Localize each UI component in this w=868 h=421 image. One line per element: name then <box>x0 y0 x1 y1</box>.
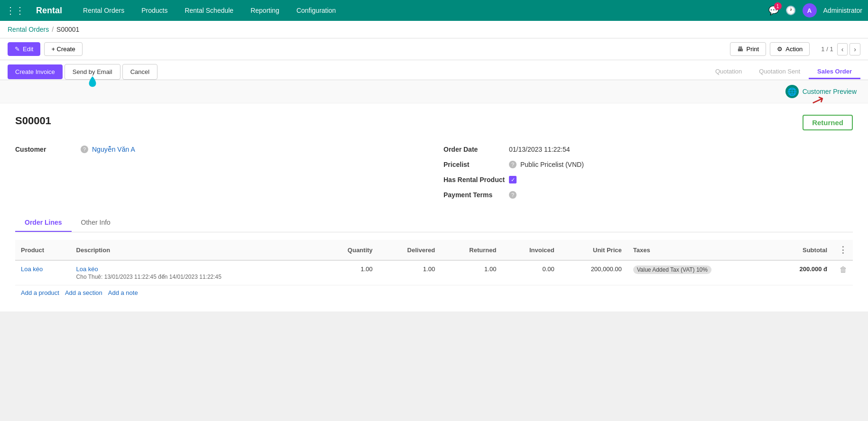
avatar[interactable]: A <box>803 3 817 18</box>
form-right: Order Date 01/13/2023 11:22:54 Pricelist… <box>443 142 853 202</box>
description-sub: Cho Thuê: 13/01/2023 11:22:45 đến 14/01/… <box>76 274 315 280</box>
cell-taxes: Value Added Tax (VAT) 10% <box>628 260 771 285</box>
tab-order-lines[interactable]: Order Lines <box>15 214 72 232</box>
breadcrumb: Rental Orders / S00001 <box>0 21 868 38</box>
prev-page-button[interactable]: ‹ <box>837 43 848 55</box>
has-rental-label: Has Rental Product <box>443 176 505 183</box>
column-options-icon[interactable]: ⋮ <box>839 245 847 255</box>
nav-products[interactable]: Products <box>138 5 171 16</box>
cancel-button[interactable]: Cancel <box>122 64 157 80</box>
col-subtotal: Subtotal <box>770 240 833 260</box>
order-table: Product Description Quantity Delivered R… <box>15 240 853 285</box>
add-note-link[interactable]: Add a note <box>108 289 138 296</box>
description-main[interactable]: Loa kéo <box>76 265 315 273</box>
raindrop-icon <box>88 75 97 88</box>
cell-product: Loa kéo <box>15 260 71 285</box>
cell-invoiced: 0.00 <box>502 260 560 285</box>
customer-preview-button[interactable]: 🌐 Customer Preview <box>785 85 857 98</box>
returned-section: ↗ Returned <box>803 115 853 130</box>
add-links-bar: Add a product Add a section Add a note <box>15 285 853 300</box>
payment-terms-label: Payment Terms <box>443 191 505 199</box>
breadcrumb-current: S00001 <box>56 26 79 33</box>
has-rental-row: Has Rental Product ✓ <box>443 172 853 187</box>
admin-name: Administrator <box>823 7 862 14</box>
pricelist-help-icon[interactable]: ? <box>509 161 517 168</box>
nav-configuration[interactable]: Configuration <box>293 5 340 16</box>
quantity-value: 1.00 <box>360 265 372 273</box>
activity-icon-button[interactable]: 🕐 <box>785 5 796 16</box>
top-navigation: ⋮⋮ Rental Rental Orders Products Rental … <box>0 0 868 21</box>
print-icon: 🖶 <box>737 46 743 53</box>
page-info: 1 / 1 <box>821 46 833 53</box>
app-grid-icon[interactable]: ⋮⋮ <box>6 5 25 16</box>
order-date-label: Order Date <box>443 146 505 153</box>
order-header: S00001 ↗ Returned <box>15 115 853 130</box>
table-header-row: Product Description Quantity Delivered R… <box>15 240 853 260</box>
customer-field-row: Customer ? Nguyễn Văn A <box>15 142 425 157</box>
payment-terms-help-icon[interactable]: ? <box>509 191 517 199</box>
col-unit-price: Unit Price <box>560 240 628 260</box>
cell-quantity: 1.00 <box>320 260 378 285</box>
print-button[interactable]: 🖶 Print <box>730 42 766 56</box>
cell-delete: 🗑 <box>833 260 853 285</box>
breadcrumb-separator: / <box>52 26 54 33</box>
table-row: Loa kéo Loa kéo Cho Thuê: 13/01/2023 11:… <box>15 260 853 285</box>
chat-icon-button[interactable]: 💬 1 <box>768 5 779 16</box>
toolbar: ✎ Edit + Create 🖶 Print ⚙ Action 1 / 1 ‹… <box>0 38 868 60</box>
edit-icon: ✎ <box>15 46 20 53</box>
col-delivered: Delivered <box>379 240 441 260</box>
chat-badge: 1 <box>774 2 782 10</box>
col-taxes: Taxes <box>628 240 771 260</box>
delete-row-button[interactable]: 🗑 <box>840 265 847 274</box>
nav-rental-orders[interactable]: Rental Orders <box>79 5 128 16</box>
customer-preview-bar: 🌐 Customer Preview <box>0 80 868 103</box>
status-quotation[interactable]: Quotation <box>707 65 750 79</box>
col-returned: Returned <box>441 240 502 260</box>
toolbar-right: 🖶 Print ⚙ Action 1 / 1 ‹ › <box>730 42 860 56</box>
action-bar: Create Invoice Send by Email Cancel Quot… <box>0 60 868 80</box>
form-left: Customer ? Nguyễn Văn A <box>15 142 425 202</box>
cell-delivered: 1.00 <box>379 260 441 285</box>
create-button[interactable]: + Create <box>44 42 82 56</box>
status-quotation-sent[interactable]: Quotation Sent <box>750 65 809 79</box>
order-date-row: Order Date 01/13/2023 11:22:54 <box>443 142 853 157</box>
product-link[interactable]: Loa kéo <box>21 265 43 273</box>
customer-label: Customer <box>15 146 77 153</box>
action-button[interactable]: ⚙ Action <box>770 42 810 56</box>
add-section-link[interactable]: Add a section <box>65 289 102 296</box>
main-content: S00001 ↗ Returned Customer ? Nguyễn Văn … <box>0 103 868 311</box>
cell-returned: 1.00 <box>441 260 502 285</box>
add-product-link[interactable]: Add a product <box>21 289 59 296</box>
pricelist-value: Public Pricelist (VND) <box>520 161 584 168</box>
customer-value[interactable]: Nguyễn Văn A <box>92 146 135 153</box>
delivered-value: 1.00 <box>423 265 435 273</box>
col-quantity: Quantity <box>320 240 378 260</box>
cell-unit-price: 200,000.00 <box>560 260 628 285</box>
tab-bar: Order Lines Other Info <box>15 214 853 232</box>
tab-other-info[interactable]: Other Info <box>72 214 120 232</box>
next-page-button[interactable]: › <box>850 43 860 55</box>
col-invoiced: Invoiced <box>502 240 560 260</box>
customer-help-icon[interactable]: ? <box>81 146 88 153</box>
subtotal-value: 200.000 đ <box>799 265 827 273</box>
order-date-value: 01/13/2023 11:22:54 <box>509 146 570 153</box>
edit-button[interactable]: ✎ Edit <box>8 42 40 56</box>
col-product: Product <box>15 240 71 260</box>
order-id: S00001 <box>15 115 51 127</box>
nav-rental-schedule[interactable]: Rental Schedule <box>181 5 237 16</box>
has-rental-checkbox[interactable]: ✓ <box>509 176 517 183</box>
col-description: Description <box>71 240 321 260</box>
cell-subtotal: 200.000 đ <box>770 260 833 285</box>
breadcrumb-parent[interactable]: Rental Orders <box>8 26 49 33</box>
returned-value: 1.00 <box>484 265 496 273</box>
nav-reporting[interactable]: Reporting <box>247 5 283 16</box>
globe-icon: 🌐 <box>785 85 799 98</box>
pagination-arrows: ‹ › <box>837 43 860 55</box>
tax-badge[interactable]: Value Added Tax (VAT) 10% <box>633 265 711 274</box>
status-steps: Quotation Quotation Sent Sales Order <box>707 65 860 79</box>
status-sales-order[interactable]: Sales Order <box>809 65 860 79</box>
pricelist-row: Pricelist ? Public Pricelist (VND) <box>443 157 853 172</box>
pricelist-label: Pricelist <box>443 161 505 168</box>
create-invoice-button[interactable]: Create Invoice <box>8 64 63 79</box>
form-section: Customer ? Nguyễn Văn A Order Date 01/13… <box>15 142 853 202</box>
